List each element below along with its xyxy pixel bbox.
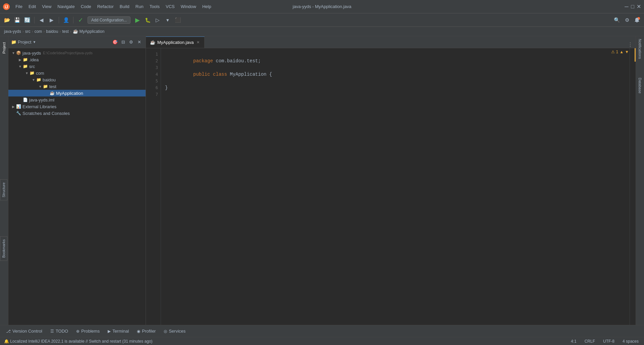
tab-close-button[interactable]: ✕ <box>196 40 200 45</box>
menu-file[interactable]: File <box>13 3 25 10</box>
bottom-tab-label-version-control: Version Control <box>12 329 42 334</box>
status-message[interactable]: 🔔 Localized IntelliJ IDEA 2022.1 is avai… <box>4 339 570 344</box>
bottom-tab-version-control[interactable]: ⎇ Version Control <box>3 327 46 335</box>
line-num-5: 5 <box>146 78 161 84</box>
bottom-tab-services[interactable]: ◎ Services <box>160 327 189 335</box>
search-everywhere-button[interactable]: 🔍 <box>612 16 621 24</box>
bottom-tab-label-terminal: Terminal <box>112 329 129 334</box>
editor-area: ☕ MyApplication.java ✕ ⋮ ⚠ 1 ▲ ▼ 1 2 3 4… <box>146 36 636 325</box>
back-button[interactable]: ◀ <box>37 16 46 24</box>
maximize-button[interactable]: □ <box>630 4 635 9</box>
tab-more-button[interactable]: ⋮ <box>625 42 636 48</box>
sidebar-tab-structure[interactable]: Structure <box>0 179 7 200</box>
bottom-tab-label-profiler: Profiler <box>142 329 156 334</box>
services-icon: ◎ <box>164 329 167 334</box>
breadcrumb-project[interactable]: java-yyds <box>4 29 21 34</box>
tree-item-baidou[interactable]: ▼ 📁 baidou <box>8 76 146 83</box>
breadcrumb-baidou[interactable]: baidou <box>46 29 58 34</box>
sync-button[interactable]: 🔄 <box>23 16 32 24</box>
save-button[interactable]: 💾 <box>13 16 21 24</box>
run-config-dropdown[interactable]: Add Configuration... <box>88 16 130 24</box>
run-button[interactable]: ▶ <box>133 16 142 24</box>
status-indent[interactable]: 4 spaces <box>621 338 640 344</box>
warning-indicator[interactable]: ⚠ 1 ▲ ▼ <box>611 50 629 54</box>
menu-run[interactable]: Run <box>133 3 146 10</box>
project-panel-title[interactable]: 📁 Project ▼ <box>11 40 36 45</box>
breadcrumb-com[interactable]: com <box>35 29 42 34</box>
menu-vcs[interactable]: VCS <box>163 3 177 10</box>
bottom-tab-problems[interactable]: ⊕ Problems <box>73 327 103 335</box>
minimize-button[interactable]: ─ <box>624 4 629 9</box>
code-line-1: package com.baidou.test; <box>165 51 626 58</box>
folder-icon-idea: 📁 <box>22 57 28 62</box>
forward-button[interactable]: ▶ <box>47 16 56 24</box>
bottom-tab-label-services: Services <box>169 329 185 334</box>
tree-item-idea[interactable]: ▶ 📁 .idea <box>8 56 146 63</box>
locate-file-button[interactable]: 🎯 <box>111 39 119 46</box>
debug-button[interactable]: 🐛 <box>143 16 152 24</box>
menu-build[interactable]: Build <box>117 3 132 10</box>
tree-item-test[interactable]: ▼ 📁 test <box>8 83 146 90</box>
tree-item-ext-libs[interactable]: ▶ 📊 External Libraries <box>8 103 146 110</box>
status-line-separator[interactable]: CRLF <box>583 338 596 344</box>
tree-label-iml: java-yyds.iml <box>29 97 54 102</box>
right-tab-notifications[interactable]: Notifications <box>637 36 643 62</box>
open-folder-button[interactable]: 📂 <box>3 16 11 24</box>
breadcrumb-test[interactable]: test <box>62 29 68 34</box>
bottom-tab-profiler[interactable]: ◉ Profiler <box>133 327 159 335</box>
editor-gutter <box>630 48 636 325</box>
tree-item-scratches[interactable]: ▶ 🔧 Scratches and Consoles <box>8 110 146 117</box>
line-num-1: 1 <box>146 51 161 58</box>
menu-refactor[interactable]: Refactor <box>95 3 116 10</box>
close-button[interactable]: ✕ <box>636 4 641 9</box>
bottom-tab-todo[interactable]: ☰ TODO <box>47 327 71 335</box>
toolbar-separator-3 <box>73 17 73 23</box>
bottom-tab-terminal[interactable]: ▶ Terminal <box>104 327 132 335</box>
git-button[interactable]: ✓ <box>76 16 85 24</box>
breadcrumb-current: ☕ MyApplication <box>73 29 105 34</box>
breadcrumb-src[interactable]: src <box>25 29 31 34</box>
stop-button[interactable]: ⬛ <box>173 16 182 24</box>
menu-view[interactable]: View <box>39 3 54 10</box>
tree-item-root[interactable]: ▼ 📦 java-yyds E:\Code\IdeaProject\java-y… <box>8 50 146 56</box>
right-tab-database[interactable]: Database <box>637 75 643 96</box>
more-run-options-button[interactable]: ▾ <box>163 16 172 24</box>
panel-hide-button[interactable]: ✕ <box>136 39 143 46</box>
line-num-2: 2 <box>146 58 161 64</box>
menu-window[interactable]: Window <box>178 3 199 10</box>
menu-tools[interactable]: Tools <box>147 3 162 10</box>
terminal-icon: ▶ <box>108 329 111 334</box>
sidebar-tab-bookmarks[interactable]: Bookmarks <box>0 236 7 261</box>
vcs-button[interactable]: 👤 <box>62 16 70 24</box>
menu-edit[interactable]: Edit <box>26 3 39 10</box>
warning-nav-up[interactable]: ▲ <box>620 50 624 54</box>
tree-settings-button[interactable]: ⚙ <box>127 39 135 46</box>
tree-label-src: src <box>29 64 35 69</box>
settings-button[interactable]: ⚙ <box>623 16 631 24</box>
menu-help[interactable]: Help <box>200 3 214 10</box>
project-panel: 📁 Project ▼ 🎯 ⊟ ⚙ ✕ ▼ 📦 java-yyds E:\Cod… <box>8 36 146 325</box>
status-encoding[interactable]: UTF-8 <box>602 338 616 344</box>
sidebar-tab-project[interactable]: Project <box>1 39 7 57</box>
notifications-button[interactable] <box>633 16 641 24</box>
menu-code[interactable]: Code <box>78 3 94 10</box>
editor-tab-myapplication[interactable]: ☕ MyApplication.java ✕ <box>146 37 205 48</box>
breadcrumb-bar: java-yyds › src › com › baidou › test › … <box>0 27 644 36</box>
profiler-icon: ◉ <box>137 329 140 334</box>
toolbar-right-section: 🔍 ⚙ <box>612 16 641 24</box>
tree-path-root: E:\Code\IdeaProject\java-yyds <box>43 51 93 55</box>
collapse-all-button[interactable]: ⊟ <box>119 39 127 46</box>
tree-item-com[interactable]: ▼ 📁 com <box>8 70 146 76</box>
warning-nav-down[interactable]: ▼ <box>625 50 629 54</box>
title-bar: IJ File Edit View Navigate Code Refactor… <box>0 0 644 13</box>
code-line-7 <box>165 91 626 98</box>
tree-arrow-test: ▼ <box>38 84 43 89</box>
tree-item-myapplication[interactable]: ▶ ☕ MyApplication <box>8 90 146 96</box>
menu-navigate[interactable]: Navigate <box>55 3 77 10</box>
code-editor[interactable]: package com.baidou.test; public class My… <box>161 48 630 325</box>
status-cursor-position[interactable]: 4:1 <box>570 338 578 344</box>
run-with-coverage-button[interactable]: ▷ <box>153 16 162 24</box>
project-folder-icon: 📦 <box>16 50 21 56</box>
tree-item-src[interactable]: ▼ 📁 src <box>8 63 146 70</box>
tree-item-iml[interactable]: ▶ 📄 java-yyds.iml <box>8 96 146 103</box>
